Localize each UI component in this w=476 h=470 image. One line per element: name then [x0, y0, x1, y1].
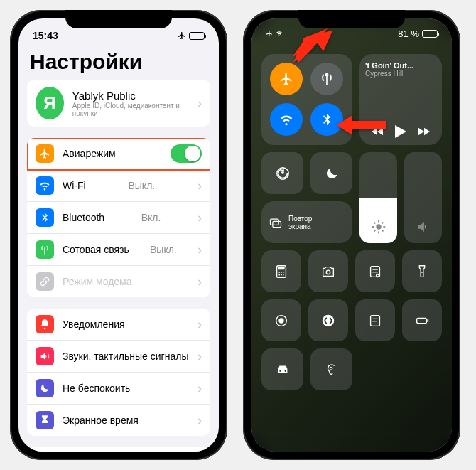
row-label: Режим модема [63, 276, 132, 287]
camera-button[interactable] [308, 250, 348, 292]
svg-rect-14 [271, 219, 279, 225]
car-icon [275, 362, 291, 378]
chevron-right-icon: › [198, 96, 202, 111]
row-label: Wi-Fi [63, 180, 86, 191]
antenna-icon [36, 240, 54, 259]
lock-rotation-icon [275, 166, 291, 181]
account-row[interactable]: Я Yablyk Public Apple ID, iCloud, медиак… [27, 80, 210, 127]
settings-row-antenna[interactable]: Сотовая связь Выкл.› [27, 234, 210, 266]
svg-line-22 [382, 230, 383, 232]
svg-point-28 [281, 272, 282, 273]
wifi-toggle[interactable] [270, 103, 303, 136]
note-icon [367, 313, 383, 329]
forward-icon[interactable] [418, 127, 430, 136]
media-artist: Cypress Hill [365, 70, 436, 78]
shazam-button[interactable] [308, 299, 348, 341]
media-title: 't Goin' Out... [365, 61, 436, 70]
svg-point-48 [284, 370, 286, 371]
quick-note-button[interactable] [355, 299, 395, 341]
moon-icon [36, 379, 54, 397]
svg-point-32 [283, 274, 284, 275]
account-name: Yablyk Public [72, 90, 189, 102]
row-label: Bluetooth [63, 212, 104, 223]
bell-icon [36, 315, 54, 333]
camera-icon [320, 264, 336, 279]
settings-row-link[interactable]: Режим модема › [27, 266, 210, 297]
battery-icon [189, 32, 205, 40]
avatar: Я [36, 87, 64, 119]
svg-point-41 [323, 314, 335, 326]
svg-marker-12 [337, 115, 386, 135]
mirror-label: Повтор экрана [288, 215, 312, 230]
svg-point-40 [278, 318, 283, 323]
row-label: Сотовая связь [63, 244, 129, 255]
settings-row-airplane[interactable]: Авиарежим [27, 138, 210, 170]
screen-mirroring-button[interactable]: Повтор экрана [261, 201, 352, 243]
sun-icon [371, 219, 386, 235]
wifi-icon [279, 112, 293, 127]
settings-group-3: Основные › Пункт управления › AA Экран и… [27, 447, 210, 452]
chevron-right-icon: › [198, 413, 202, 428]
calculator-icon [274, 264, 289, 279]
shazam-icon [320, 313, 336, 329]
svg-rect-46 [427, 319, 428, 322]
settings-row-wifi[interactable]: Wi-Fi Выкл.› [27, 170, 210, 202]
settings-row-gear[interactable]: Основные › [27, 447, 210, 452]
do-not-disturb-button[interactable] [310, 152, 352, 194]
chevron-right-icon: › [198, 274, 202, 289]
settings-row-hourglass[interactable]: Экранное время › [27, 405, 210, 436]
svg-line-21 [374, 223, 375, 224]
bluetooth-icon [36, 208, 54, 227]
toggle-switch[interactable] [171, 144, 202, 163]
settings-row-speaker[interactable]: Звуки, тактильные сигналы › [27, 341, 210, 373]
row-value: Выкл. [150, 244, 177, 255]
play-icon[interactable] [395, 125, 406, 138]
low-power-button[interactable] [402, 299, 442, 341]
record-icon [274, 313, 289, 329]
chevron-right-icon: › [198, 317, 202, 332]
screen-record-button[interactable] [261, 299, 301, 341]
svg-point-29 [283, 272, 284, 273]
mirror-icon [269, 215, 283, 230]
calculator-button[interactable] [261, 250, 301, 292]
moon-icon [324, 166, 340, 181]
chevron-right-icon: › [198, 381, 202, 396]
volume-slider[interactable] [404, 152, 442, 243]
speaker-icon [416, 219, 431, 235]
chevron-right-icon: › [198, 349, 202, 364]
flashlight-button[interactable] [402, 250, 442, 292]
annotation-arrow-1 [293, 26, 335, 71]
settings-group-2: Уведомления › Звуки, тактильные сигналы … [27, 309, 210, 436]
svg-point-30 [278, 274, 280, 275]
wifi-icon [36, 176, 54, 195]
row-value: Выкл. [128, 180, 155, 191]
brightness-slider[interactable] [359, 152, 397, 243]
hearing-button[interactable] [310, 348, 352, 390]
chevron-right-icon: › [198, 210, 202, 225]
status-time: 15:43 [33, 30, 58, 41]
phone-right-control-center: 81 % [243, 10, 460, 460]
settings-row-bell[interactable]: Уведомления › [27, 309, 210, 341]
orientation-lock-button[interactable] [261, 152, 303, 194]
link-icon [36, 272, 54, 291]
settings-row-bluetooth[interactable]: Bluetooth Вкл.› [27, 202, 210, 234]
control-center-screen: 81 % [251, 18, 452, 452]
notch [65, 10, 172, 28]
notes-button[interactable] [355, 250, 395, 292]
chevron-right-icon: › [198, 178, 202, 193]
svg-line-23 [374, 230, 375, 232]
hourglass-icon [36, 411, 54, 429]
flashlight-icon [414, 264, 430, 279]
carplay-button[interactable] [261, 348, 303, 390]
settings-group-1: Авиарежим Wi-Fi Выкл.› Bluetooth Вкл.› [27, 138, 210, 297]
settings-row-moon[interactable]: Не беспокоить › [27, 373, 210, 405]
svg-point-49 [330, 367, 332, 370]
row-label: Экранное время [63, 415, 139, 426]
row-label: Уведомления [63, 319, 125, 330]
svg-rect-42 [371, 315, 380, 326]
bluetooth-icon [320, 112, 334, 127]
airplane-status-icon [178, 31, 186, 40]
page-title: Настройки [18, 47, 219, 80]
settings-screen: 15:43 Настройки Я Yablyk Public Apple ID… [18, 18, 219, 452]
svg-point-31 [281, 274, 282, 275]
